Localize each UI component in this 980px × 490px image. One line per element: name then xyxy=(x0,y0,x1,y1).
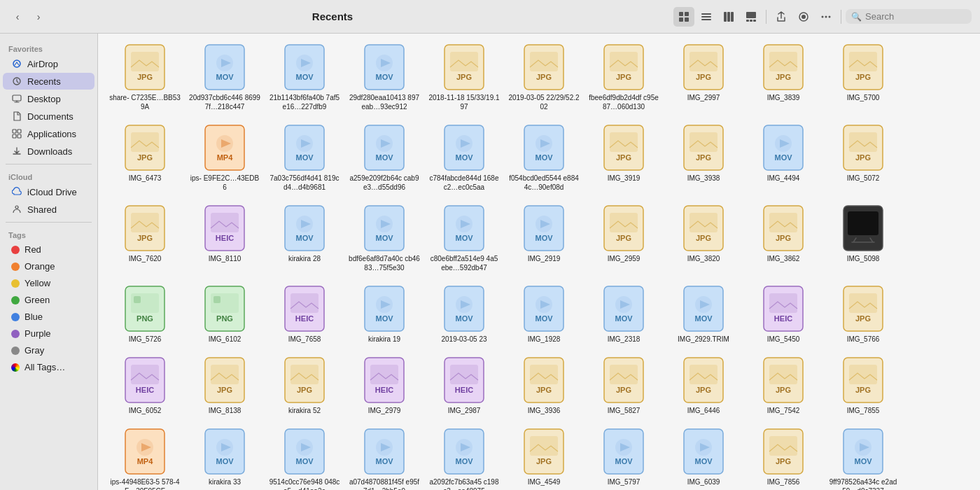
file-name-label: ips-44948E63-5 578-4F…30F05CF xyxy=(109,477,181,490)
file-item[interactable]: JPG IMG_5766 xyxy=(825,281,902,348)
share-button[interactable] xyxy=(771,7,792,27)
file-item[interactable]: MOV 21b1143bf6fa40b 7af5e16…227dfb9 xyxy=(266,39,343,115)
file-name-label: IMG_2987 xyxy=(448,406,481,415)
file-item[interactable]: JPG IMG_5700 xyxy=(825,39,902,115)
file-item[interactable]: MOV a259e209f2b64c cab9e3…d55dd96 xyxy=(346,120,423,196)
file-item[interactable]: JPG 2019-03-05 22/29/52.202 xyxy=(505,39,582,115)
file-item[interactable]: JPG IMG_3862 xyxy=(745,200,822,276)
file-item[interactable]: JPG share- C7235E…BB539A xyxy=(106,39,183,115)
file-item[interactable]: JPG IMG_3820 xyxy=(665,200,742,276)
sidebar-divider-2 xyxy=(6,222,92,223)
file-item[interactable]: MOV f054bcd0ed5544 e8844c…90ef08d xyxy=(505,120,582,196)
file-item[interactable]: MOV 9514c0cc76e948 048ca5…d41ea2e xyxy=(266,424,343,490)
file-item[interactable]: MOV a2092fc7b63a45 c198c3…ee48975 xyxy=(426,424,503,490)
search-input[interactable] xyxy=(865,11,963,22)
file-item[interactable]: JPG IMG_3938 xyxy=(665,120,742,196)
sidebar-item-downloads[interactable]: Downloads xyxy=(3,143,94,160)
file-item[interactable]: MP4 ips- E9FE2C…43EDB6 xyxy=(186,120,263,196)
sidebar-item-purple[interactable]: Purple xyxy=(3,326,94,342)
sidebar-item-applications[interactable]: Applications xyxy=(3,125,94,142)
sidebar-item-blue[interactable]: Blue xyxy=(3,309,94,325)
file-item[interactable]: JPG IMG_8138 xyxy=(186,352,263,419)
svg-point-19 xyxy=(13,60,20,67)
sidebar-item-airdrop[interactable]: AirDrop xyxy=(3,55,94,72)
svg-text:JPG: JPG xyxy=(855,153,871,162)
file-item[interactable]: MP4 ips-44948E63-5 578-4F…30F05CF xyxy=(106,424,183,490)
file-item[interactable]: MOV 29df280eaa10413 897eab…93ec912 xyxy=(346,39,423,115)
column-view-button[interactable] xyxy=(718,7,739,27)
sidebar-item-recents[interactable]: Recents xyxy=(3,73,94,90)
svg-rect-171 xyxy=(690,365,718,384)
file-item[interactable]: MOV kirakira 28 xyxy=(266,200,343,276)
file-item[interactable]: MOV kirakira 33 xyxy=(186,424,263,490)
file-item[interactable]: MOV 9ff978526a434c e2ad59…d0c7337 xyxy=(825,424,902,490)
file-item[interactable]: JPG IMG_4549 xyxy=(505,424,582,490)
search-box[interactable]: 🔍 xyxy=(846,9,972,24)
file-item[interactable]: JPG IMG_5827 xyxy=(585,352,662,419)
sidebar-item-documents[interactable]: Documents xyxy=(3,108,94,125)
file-item[interactable]: HEIC IMG_2979 xyxy=(346,352,423,419)
file-item[interactable]: MOV c80e6bff2a514e9 4a5ebe…592db47 xyxy=(426,200,503,276)
file-item[interactable]: HEIC IMG_6052 xyxy=(106,352,183,419)
sidebar-item-green[interactable]: Green xyxy=(3,292,94,308)
file-item[interactable]: HEIC IMG_8110 xyxy=(186,200,263,276)
sidebar-item-red[interactable]: Red xyxy=(3,241,94,258)
file-item[interactable]: MOV IMG_1928 xyxy=(505,281,582,348)
file-item[interactable]: JPG IMG_7542 xyxy=(745,352,822,419)
file-item[interactable]: MOV c784fabcde844d 168ec2…ec0c5aa xyxy=(426,120,503,196)
file-item[interactable]: JPG IMG_3936 xyxy=(505,352,582,419)
sidebar-item-icloud-drive[interactable]: iCloud Drive xyxy=(3,183,94,200)
file-item[interactable]: MOV 2019-03-05 23 xyxy=(426,281,503,348)
sidebar-item-orange[interactable]: Orange xyxy=(3,258,94,274)
file-item[interactable]: JPG IMG_7856 xyxy=(745,424,822,490)
file-item[interactable]: PNG IMG_5726 xyxy=(106,281,183,348)
file-item[interactable]: JPG IMG_3919 xyxy=(585,120,662,196)
documents-icon xyxy=(11,111,22,122)
tag-button[interactable] xyxy=(793,7,814,27)
file-item[interactable]: IMG_5098 xyxy=(825,200,902,276)
list-view-button[interactable] xyxy=(696,7,717,27)
file-item[interactable]: JPG IMG_2997 xyxy=(665,39,742,115)
file-item[interactable]: JPG fbee6df9db2d4df c95e87…060d130 xyxy=(585,39,662,115)
file-thumbnail: MOV xyxy=(360,204,408,252)
file-item[interactable]: MOV IMG_2318 xyxy=(585,281,662,348)
file-name-label: IMG_5726 xyxy=(129,335,162,344)
gray-tag-label: Gray xyxy=(24,345,44,356)
sidebar-item-desktop[interactable]: Desktop xyxy=(3,90,94,107)
file-item[interactable]: MOV IMG_2929.TRIM xyxy=(665,281,742,348)
more-button[interactable] xyxy=(816,7,836,27)
icon-view-button[interactable] xyxy=(673,7,694,27)
file-item[interactable]: JPG kirakira 52 xyxy=(266,352,343,419)
file-item[interactable]: JPG IMG_3839 xyxy=(745,39,822,115)
downloads-label: Downloads xyxy=(27,146,72,157)
file-item[interactable]: JPG 2018-11-18 15/33/19.197 xyxy=(426,39,503,115)
file-item[interactable]: HEIC IMG_2987 xyxy=(426,352,503,419)
file-item[interactable]: MOV IMG_4494 xyxy=(745,120,822,196)
file-item[interactable]: JPG IMG_7855 xyxy=(825,352,902,419)
sidebar-item-yellow[interactable]: Yellow xyxy=(3,275,94,291)
svg-point-15 xyxy=(802,15,806,19)
sidebar-item-gray[interactable]: Gray xyxy=(3,342,94,358)
file-item[interactable]: MOV IMG_2919 xyxy=(505,200,582,276)
file-item[interactable]: JPG IMG_6473 xyxy=(106,120,183,196)
file-item[interactable]: HEIC IMG_5450 xyxy=(745,281,822,348)
sidebar-item-shared[interactable]: Shared xyxy=(3,201,94,218)
file-item[interactable]: MOV IMG_5797 xyxy=(585,424,662,490)
sidebar-item-all-tags[interactable]: All Tags… xyxy=(3,359,94,375)
file-item[interactable]: MOV bdf6e6af8d7a40c cb4683…75f5e30 xyxy=(346,200,423,276)
gallery-view-button[interactable] xyxy=(741,7,762,27)
file-item[interactable]: JPG IMG_5072 xyxy=(825,120,902,196)
file-item[interactable]: MOV IMG_6039 xyxy=(665,424,742,490)
file-item[interactable]: PNG IMG_6102 xyxy=(186,281,263,348)
svg-text:MOV: MOV xyxy=(535,234,553,242)
file-item[interactable]: MOV kirakira 19 xyxy=(346,281,423,348)
file-item[interactable]: JPG IMG_2959 xyxy=(585,200,662,276)
file-item[interactable]: MOV 7a03c756df4d41 819cd4…d4b9681 xyxy=(266,120,343,196)
svg-rect-123 xyxy=(214,296,220,303)
file-grid: JPG share- C7235E…BB539A MOV 20d937cbd6c… xyxy=(106,39,972,490)
file-item[interactable]: MOV a07d4870881f45f e95f7d1…2bb5e9 xyxy=(346,424,423,490)
file-item[interactable]: MOV 20d937cbd6c446 86997f…218c447 xyxy=(186,39,263,115)
file-item[interactable]: HEIC IMG_7658 xyxy=(266,281,343,348)
file-item[interactable]: JPG IMG_6446 xyxy=(665,352,742,419)
file-item[interactable]: JPG IMG_7620 xyxy=(106,200,183,276)
